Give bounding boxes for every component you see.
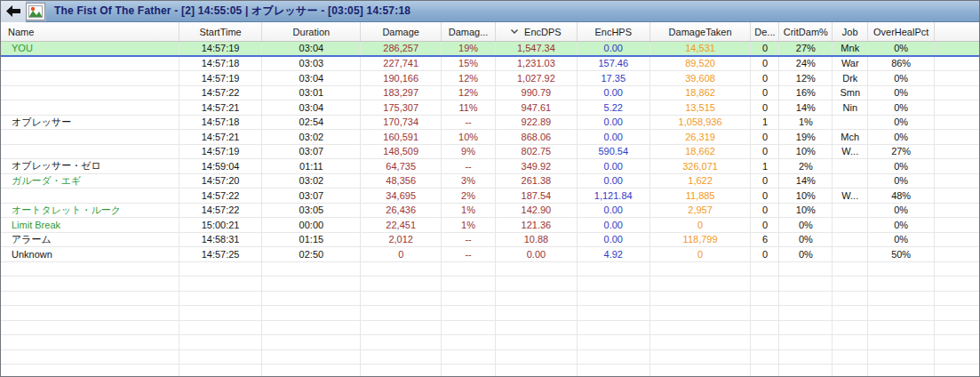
cell-enchps (578, 350, 650, 365)
table-row[interactable]: Unknown14:57:2502:500--0.004.92000%50% (1, 247, 979, 262)
column-header-damage[interactable]: Damage (361, 22, 442, 41)
table-row[interactable]: オブレッサー・ゼロ14:59:0401:1164,735--349.920.00… (1, 159, 979, 174)
cell-overheal: 0% (868, 71, 935, 85)
cell-start (179, 262, 263, 277)
cell-name: オブレッサー (1, 116, 179, 130)
cell-critdam: 0% (779, 233, 833, 247)
cell-damageTaken: 1,058,936 (650, 116, 752, 130)
cell-critdam: 0% (779, 218, 833, 232)
cell-damage (361, 321, 442, 335)
column-header-duration[interactable]: Duration (262, 22, 361, 41)
cell-job: Nin (833, 100, 868, 115)
cell-enchps: 1,121.84 (578, 188, 650, 203)
cell-duration: 03:07 (262, 145, 361, 159)
column-header-label: StartTime (199, 27, 241, 37)
column-header-enchps[interactable]: EncHPS (578, 22, 650, 41)
table-row[interactable]: ガルーダ・エギ14:57:2003:0248,3563%261.380.001,… (1, 174, 979, 189)
column-header-encdps[interactable]: EncDPS (496, 22, 578, 41)
cell-damage: 148,509 (361, 145, 442, 159)
cell-name (1, 365, 179, 377)
cell-critdam (779, 262, 833, 277)
cell-encdps (496, 292, 578, 306)
table-row[interactable]: 14:57:1803:03227,74115%1,231.03157.4689,… (1, 57, 979, 72)
cell-name: アラーム (1, 233, 179, 247)
cell-damagePct: -- (442, 116, 496, 130)
cell-name (1, 277, 179, 291)
cell-duration: 00:00 (262, 218, 361, 232)
table-row[interactable]: オブレッサー14:57:1802:54170,734--922.890.001,… (1, 116, 979, 131)
cell-damageTaken (650, 350, 752, 365)
cell-filler (935, 350, 979, 365)
table-row[interactable]: 14:57:2103:02160,59110%868.060.0026,3190… (1, 130, 979, 145)
column-header-label: EncDPS (524, 27, 562, 37)
graph-view-button[interactable] (26, 3, 45, 20)
cell-encdps (496, 277, 578, 291)
cell-enchps: 0.00 (578, 130, 650, 144)
column-header-critdam[interactable]: CritDam% (779, 22, 833, 41)
cell-filler (935, 57, 979, 71)
cell-start (179, 365, 263, 377)
cell-job (833, 204, 868, 218)
cell-duration (262, 335, 361, 349)
table-row[interactable]: アラーム14:58:3101:152,012--10.880.00118,799… (1, 233, 979, 248)
table-row[interactable]: オートタレット・ルーク14:57:2203:0526,4361%142.900.… (1, 204, 979, 219)
cell-critdam: 24% (779, 57, 833, 71)
cell-damagePct: 12% (442, 86, 496, 100)
back-button[interactable] (1, 1, 26, 22)
cell-enchps (578, 306, 650, 320)
cell-job (833, 335, 868, 349)
table-row[interactable]: 14:57:2203:01183,29712%990.790.0018,8620… (1, 86, 979, 101)
cell-deaths: 0 (751, 100, 779, 115)
cell-duration: 03:07 (262, 188, 361, 203)
cell-duration: 03:03 (262, 57, 361, 71)
cell-damagePct: 3% (442, 174, 496, 188)
cell-damage: 170,734 (361, 116, 442, 130)
column-header-damageTaken[interactable]: DamageTaken (650, 22, 752, 41)
table-row[interactable]: 14:57:2203:0734,6952%187.541,121.8411,88… (1, 188, 979, 204)
cell-filler (935, 204, 979, 218)
cell-damagePct (442, 306, 496, 320)
encounter-table: NameStartTimeDurationDamageDamag...EncDP… (1, 22, 979, 376)
cell-critdam (779, 306, 833, 320)
cell-job: War (833, 57, 868, 71)
table-header-row: NameStartTimeDurationDamageDamag...EncDP… (1, 22, 979, 42)
column-header-deaths[interactable]: De... (751, 22, 779, 41)
cell-damage: 26,436 (361, 204, 442, 218)
column-header-filler[interactable] (935, 22, 979, 41)
cell-enchps: 0.00 (578, 42, 650, 55)
cell-damagePct: 12% (442, 71, 496, 85)
table-row[interactable]: Limit Break15:00:2100:0022,4511%121.360.… (1, 218, 979, 233)
cell-encdps: 261.38 (496, 174, 578, 188)
cell-critdam: 0% (779, 247, 833, 261)
cell-name: オブレッサー・ゼロ (1, 159, 179, 173)
empty-table-row (1, 350, 979, 365)
cell-damageTaken (650, 321, 752, 335)
cell-filler (935, 292, 979, 306)
table-row[interactable]: 14:57:1903:04190,16612%1,027.9217.3539,6… (1, 71, 979, 86)
column-header-name[interactable]: Name (1, 22, 179, 41)
cell-enchps (578, 335, 650, 349)
cell-encdps: 0.00 (496, 247, 578, 261)
cell-deaths: 0 (751, 188, 779, 203)
column-header-job[interactable]: Job (833, 22, 868, 41)
cell-damage: 175,307 (361, 100, 442, 115)
cell-duration (262, 277, 361, 291)
cell-overheal: 0% (868, 42, 935, 55)
back-arrow-icon (6, 5, 20, 17)
column-header-damagePct[interactable]: Damag... (442, 22, 496, 41)
table-row[interactable]: 14:57:1903:07148,5099%802.75590.5418,662… (1, 145, 979, 160)
cell-overheal: 0% (868, 233, 935, 247)
cell-overheal (868, 365, 935, 377)
column-header-overheal[interactable]: OverHealPct (868, 22, 935, 41)
cell-overheal: 27% (868, 145, 935, 159)
table-row[interactable]: YOU14:57:1903:04286,25719%1,547.340.0014… (1, 42, 979, 57)
column-header-start[interactable]: StartTime (179, 22, 263, 41)
cell-damagePct: 15% (442, 57, 496, 71)
cell-critdam: 14% (779, 100, 833, 115)
cell-critdam (779, 321, 833, 335)
cell-damageTaken: 18,862 (650, 86, 752, 100)
cell-critdam: 19% (779, 130, 833, 144)
table-row[interactable]: 14:57:2103:04175,30711%947.615.2213,5150… (1, 100, 979, 116)
cell-deaths: 0 (751, 71, 779, 85)
cell-critdam (779, 350, 833, 365)
